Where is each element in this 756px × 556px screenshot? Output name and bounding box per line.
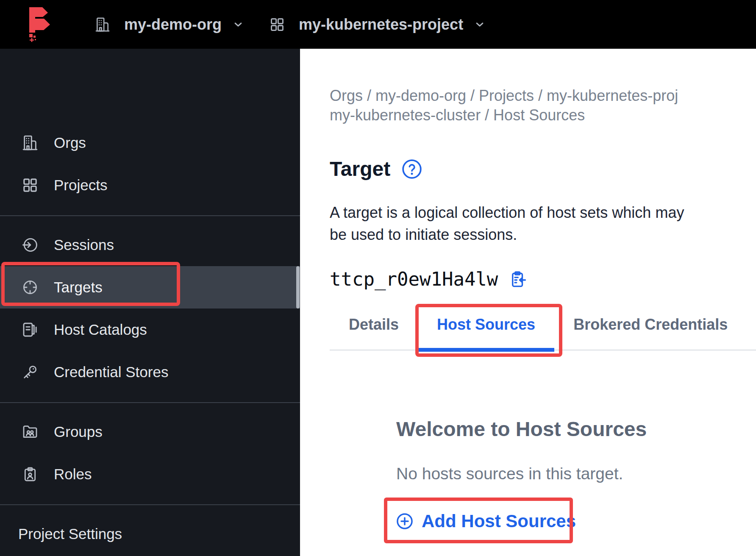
sidebar-item-sessions[interactable]: Sessions [0, 224, 300, 266]
target-description: A target is a logical collection of host… [330, 202, 703, 246]
sidebar-item-label: Sessions [54, 236, 114, 253]
sidebar-item-label: Groups [54, 423, 103, 440]
grid-icon [269, 17, 285, 33]
sidebar-item-targets[interactable]: Targets [0, 266, 300, 309]
sidebar-item-roles[interactable]: Roles [0, 453, 300, 495]
groups-icon [22, 423, 39, 440]
target-id: ttcp_r0ew1Ha4lw [330, 268, 498, 290]
sidebar-divider [0, 402, 300, 403]
copy-to-clipboard-icon[interactable] [509, 270, 527, 288]
target-icon [22, 279, 39, 296]
empty-state-body: No hosts sources in this target. [396, 464, 756, 483]
host-catalog-icon [22, 321, 39, 338]
sidebar-item-label: Targets [54, 279, 103, 296]
boundary-logo-icon[interactable] [26, 7, 54, 42]
sidebar-item-label: Roles [54, 466, 92, 483]
sidebar: Orgs Projects Sessions [0, 49, 300, 556]
sidebar-item-label: Projects [54, 177, 107, 194]
help-icon[interactable] [401, 158, 422, 180]
breadcrumb-line-1[interactable]: Orgs / my-demo-org / Projects / my-kuber… [330, 86, 756, 106]
add-host-sources-label: Add Host Sources [422, 511, 576, 531]
breadcrumb-line-2[interactable]: my-kubernetes-cluster / Host Sources [330, 106, 756, 125]
boundary-admin-screen: my-demo-org my-kubernetes-project [0, 0, 756, 556]
empty-state-title: Welcome to Host Sources [396, 417, 756, 441]
org-switcher[interactable]: my-demo-org [94, 16, 245, 33]
tab-bar: Details Host Sources Brokered Credential… [330, 310, 756, 350]
sidebar-item-projects[interactable]: Projects [0, 164, 300, 206]
sidebar-item-orgs[interactable]: Orgs [0, 122, 300, 164]
topbar: my-demo-org my-kubernetes-project [0, 0, 756, 49]
sidebar-divider [0, 504, 300, 505]
sidebar-item-host-catalogs[interactable]: Host Catalogs [0, 309, 300, 351]
chevron-down-icon [473, 18, 486, 31]
tab-brokered-credentials[interactable]: Brokered Credentials [554, 310, 747, 350]
tab-host-sources[interactable]: Host Sources [418, 310, 554, 350]
key-icon [22, 364, 39, 381]
sidebar-item-project-settings[interactable]: Project Settings [0, 513, 300, 555]
sidebar-item-label: Host Catalogs [54, 321, 147, 338]
sidebar-footer-label: Project Settings [18, 525, 122, 542]
org-switcher-label: my-demo-org [124, 16, 222, 33]
host-sources-empty-state: Welcome to Host Sources No hosts sources… [330, 417, 756, 532]
main-content: Orgs / my-demo-org / Projects / my-kuber… [300, 49, 756, 556]
project-switcher[interactable]: my-kubernetes-project [269, 16, 486, 33]
sidebar-divider [0, 215, 300, 216]
sidebar-item-groups[interactable]: Groups [0, 411, 300, 453]
sidebar-scrollbar-thumb[interactable] [296, 266, 300, 309]
grid-icon [22, 177, 39, 194]
building-icon [94, 17, 111, 33]
chevron-down-icon [232, 18, 245, 31]
plus-circle-icon [395, 512, 414, 531]
sidebar-item-label: Credential Stores [54, 364, 168, 381]
breadcrumb[interactable]: Orgs / my-demo-org / Projects / my-kuber… [330, 86, 756, 125]
add-host-sources-button[interactable]: Add Host Sources [395, 511, 576, 531]
session-icon [22, 236, 39, 253]
sidebar-item-label: Orgs [54, 134, 86, 151]
building-icon [22, 134, 39, 151]
sidebar-item-credential-stores[interactable]: Credential Stores [0, 351, 300, 393]
page-title: Target [330, 157, 390, 181]
tab-details[interactable]: Details [330, 310, 418, 350]
project-switcher-label: my-kubernetes-project [299, 16, 463, 33]
roles-icon [22, 466, 39, 483]
